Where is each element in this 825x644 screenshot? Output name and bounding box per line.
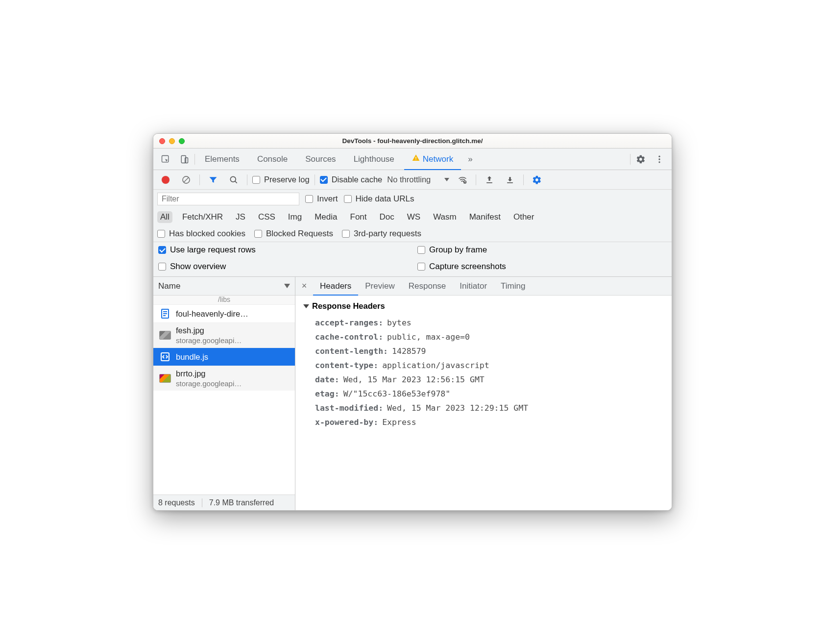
show-overview-checkbox[interactable]: Show overview	[158, 262, 408, 272]
checkbox-icon	[342, 230, 350, 238]
search-icon[interactable]	[225, 172, 242, 188]
request-list-panel: Name /libs foul-heavenly-dire… fesh.j	[153, 277, 295, 510]
zoom-window-button[interactable]	[179, 138, 185, 144]
capture-screenshots-checkbox[interactable]: Capture screenshots	[417, 262, 667, 272]
type-wasm[interactable]: Wasm	[430, 211, 460, 223]
network-toolbar: Preserve log Disable cache No throttling	[153, 170, 672, 190]
preserve-log-label: Preserve log	[264, 175, 310, 184]
kebab-menu-icon[interactable]	[651, 151, 668, 168]
type-ws[interactable]: WS	[404, 211, 423, 223]
svg-line-11	[235, 181, 237, 183]
header-value: W/"15cc63-186e53ef978"	[343, 389, 451, 398]
transferred-size: 7.9 MB transferred	[209, 498, 274, 507]
tab-network[interactable]: Network	[404, 149, 461, 170]
header-row: date:Wed, 15 Mar 2023 12:56:15 GMT	[302, 372, 665, 387]
clear-button[interactable]	[178, 172, 194, 188]
devtools-window: DevTools - foul-heavenly-direction.glitc…	[153, 133, 672, 511]
hide-data-urls-label: Hide data URLs	[356, 194, 414, 204]
invert-checkbox[interactable]: Invert	[305, 194, 338, 204]
svg-rect-4	[415, 159, 416, 160]
record-button[interactable]	[157, 172, 174, 188]
header-value: bytes	[387, 318, 412, 327]
upload-har-icon[interactable]	[481, 172, 498, 188]
details-tab-timing[interactable]: Timing	[494, 277, 532, 296]
group-by-frame-label: Group by frame	[429, 245, 487, 255]
checkbox-icon	[344, 195, 352, 203]
header-key: x-powered-by:	[315, 418, 378, 427]
tab-console[interactable]: Console	[249, 149, 295, 170]
checkbox-icon	[417, 263, 425, 271]
type-manifest[interactable]: Manifest	[466, 211, 504, 223]
use-large-rows-checkbox[interactable]: Use large request rows	[158, 245, 408, 255]
has-blocked-label: Has blocked cookies	[169, 229, 245, 239]
type-other[interactable]: Other	[510, 211, 537, 223]
tab-sources[interactable]: Sources	[297, 149, 343, 170]
svg-point-6	[658, 158, 660, 160]
has-blocked-cookies-checkbox[interactable]: Has blocked cookies	[157, 229, 245, 239]
header-key: content-type:	[315, 361, 378, 370]
svg-rect-13	[486, 182, 492, 183]
filter-types-row: All Fetch/XHR JS CSS Img Media Font Doc …	[153, 208, 672, 226]
tabs-overflow[interactable]: »	[463, 149, 477, 170]
filter-extra-row: Has blocked cookies Blocked Requests 3rd…	[153, 226, 672, 242]
separator	[247, 174, 247, 185]
disable-cache-checkbox[interactable]: Disable cache	[320, 175, 383, 184]
type-media[interactable]: Media	[312, 211, 340, 223]
details-tab-response[interactable]: Response	[402, 277, 453, 296]
settings-gear-icon[interactable]	[632, 151, 649, 168]
download-har-icon[interactable]	[502, 172, 518, 188]
third-party-checkbox[interactable]: 3rd-party requests	[342, 229, 421, 239]
header-value: 1428579	[392, 347, 426, 356]
details-tab-preview[interactable]: Preview	[358, 277, 401, 296]
type-doc[interactable]: Doc	[377, 211, 397, 223]
status-bar: 8 requests 7.9 MB transferred	[153, 495, 295, 510]
tab-elements[interactable]: Elements	[197, 149, 247, 170]
hide-data-urls-checkbox[interactable]: Hide data URLs	[344, 194, 414, 204]
filter-funnel-icon[interactable]	[205, 172, 221, 188]
network-settings-gear-icon[interactable]	[529, 172, 545, 188]
separator	[199, 174, 200, 185]
show-overview-label: Show overview	[170, 262, 226, 272]
minimize-window-button[interactable]	[169, 138, 175, 144]
tab-lighthouse[interactable]: Lighthouse	[346, 149, 402, 170]
inspect-element-icon[interactable]	[157, 151, 174, 168]
device-toolbar-icon[interactable]	[176, 151, 193, 168]
separator	[523, 174, 524, 185]
request-list-body[interactable]: /libs foul-heavenly-dire… fesh.jpg stora…	[153, 296, 295, 495]
type-font[interactable]: Font	[347, 211, 370, 223]
details-tab-initiator[interactable]: Initiator	[453, 277, 494, 296]
type-fetchxhr[interactable]: Fetch/XHR	[179, 211, 226, 223]
close-details-icon[interactable]: ×	[295, 281, 313, 291]
type-all[interactable]: All	[157, 211, 172, 223]
blocked-requests-checkbox[interactable]: Blocked Requests	[254, 229, 333, 239]
group-by-frame-checkbox[interactable]: Group by frame	[417, 245, 667, 255]
request-row[interactable]: fesh.jpg storage.googleapi…	[153, 322, 295, 347]
type-js[interactable]: JS	[233, 211, 248, 223]
request-row[interactable]: brrto.jpg storage.googleapi…	[153, 366, 295, 391]
request-list-header[interactable]: Name	[153, 277, 295, 296]
filter-input[interactable]	[157, 193, 299, 205]
warning-icon	[412, 154, 420, 164]
invert-label: Invert	[317, 194, 338, 204]
throttling-select[interactable]: No throttling	[386, 175, 450, 184]
header-row: cache-control:public, max-age=0	[302, 330, 665, 344]
type-css[interactable]: CSS	[255, 211, 278, 223]
separator	[476, 174, 476, 185]
close-window-button[interactable]	[159, 138, 165, 144]
network-conditions-icon[interactable]	[454, 172, 471, 188]
svg-line-9	[184, 177, 189, 182]
header-key: etag:	[315, 389, 340, 398]
response-headers-title[interactable]: Response Headers	[304, 301, 665, 311]
svg-rect-3	[415, 157, 416, 159]
window-title: DevTools - foul-heavenly-direction.glitc…	[153, 137, 672, 145]
request-row[interactable]: foul-heavenly-dire…	[153, 304, 295, 322]
third-party-label: 3rd-party requests	[354, 229, 421, 239]
details-body[interactable]: Response Headers accept-ranges:bytes cac…	[295, 296, 672, 510]
header-key: last-modified:	[315, 403, 383, 413]
disable-cache-label: Disable cache	[332, 175, 383, 184]
details-tab-headers[interactable]: Headers	[313, 277, 358, 296]
requests-count: 8 requests	[158, 498, 195, 507]
request-row-selected[interactable]: bundle.js	[153, 347, 295, 366]
type-img[interactable]: Img	[285, 211, 305, 223]
preserve-log-checkbox[interactable]: Preserve log	[252, 175, 310, 184]
